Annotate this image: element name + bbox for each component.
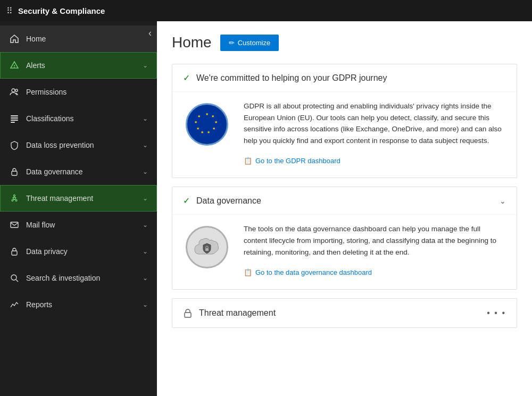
shield-icon: [9, 140, 20, 150]
gdpr-card-header[interactable]: ✓ We're committed to helping on your GDP…: [172, 64, 517, 91]
svg-rect-8: [12, 171, 17, 175]
threat-management-dots-icon[interactable]: • • •: [487, 308, 506, 318]
svg-point-12: [14, 195, 15, 197]
svg-point-3: [15, 89, 18, 91]
svg-text:★: ★: [196, 127, 200, 130]
svg-line-16: [16, 280, 18, 282]
customize-pencil-icon: ✏: [229, 39, 235, 47]
customize-button[interactable]: ✏ Customize: [220, 35, 279, 51]
gdpr-card: ✓ We're committed to helping on your GDP…: [172, 64, 517, 178]
sidebar-item-home[interactable]: Home: [0, 26, 157, 52]
svg-point-11: [15, 200, 17, 201]
svg-point-2: [12, 89, 15, 92]
threat-management-card-header[interactable]: Threat management • • •: [172, 299, 517, 327]
svg-rect-7: [11, 122, 15, 123]
page-title: Home: [172, 34, 212, 51]
sidebar-item-threat-management[interactable]: Threat management ⌄: [0, 185, 157, 212]
customize-label: Customize: [238, 39, 270, 47]
clipboard-icon: 📋: [244, 157, 252, 165]
data-governance-card: ✓ Data governance ⌄: [172, 187, 517, 290]
sidebar-item-mail-flow[interactable]: Mail flow ⌄: [0, 212, 157, 238]
threat-management-card-title: Threat management: [199, 308, 487, 318]
sidebar-collapse-button[interactable]: ‹: [148, 28, 152, 39]
data-governance-check-icon: ✓: [183, 196, 190, 206]
chart-icon: [9, 299, 20, 310]
sidebar-item-permissions[interactable]: Permissions: [0, 79, 157, 105]
gdpr-dashboard-link[interactable]: 📋 Go to the GDPR dashboard: [244, 157, 506, 165]
sidebar-item-alerts[interactable]: Alerts ⌄: [0, 52, 157, 79]
svg-point-1: [14, 67, 15, 68]
data-governance-dashboard-link[interactable]: 📋 Go to the data governance dashboard: [244, 268, 506, 276]
main-layout: ‹ Home Al: [0, 21, 532, 396]
data-governance-card-text-area: The tools on the data governance dashboa…: [244, 223, 506, 276]
svg-rect-6: [11, 120, 18, 121]
sidebar-item-data-privacy[interactable]: Data privacy ⌄: [0, 238, 157, 265]
svg-text:★: ★: [211, 114, 214, 118]
lock-icon: [9, 166, 20, 177]
search-icon: [9, 273, 20, 283]
top-bar: ⠿ Security & Compliance: [0, 0, 532, 21]
data-governance-card-body: The tools on the data governance dashboa…: [172, 214, 517, 289]
grid-icon: ⠿: [6, 6, 13, 16]
svg-text:★: ★: [214, 120, 218, 124]
clipboard2-icon: 📋: [244, 268, 252, 276]
page-header: Home ✏ Customize: [172, 34, 517, 51]
list-icon: [9, 113, 20, 124]
classifications-chevron-icon: ⌄: [143, 115, 148, 122]
gdpr-icon-area: ★ ★ ★ ★ ★ ★ ★ ★ ★: [183, 100, 231, 148]
svg-text:★: ★: [212, 127, 215, 130]
gdpr-description: GDPR is all about protecting and enablin…: [244, 100, 506, 146]
sidebar-item-data-governance-label: Data governance: [26, 167, 143, 176]
sidebar-item-data-privacy-label: Data privacy: [26, 247, 143, 256]
gdpr-card-title: We're committed to helping on your GDPR …: [196, 73, 506, 83]
svg-text:★: ★: [205, 112, 209, 116]
data-governance-link-text: Go to the data governance dashboard: [255, 268, 372, 276]
sidebar-item-reports[interactable]: Reports ⌄: [0, 291, 157, 318]
mail-icon: [9, 220, 20, 230]
gdpr-card-body: ★ ★ ★ ★ ★ ★ ★ ★ ★: [172, 91, 517, 178]
main-content: Home ✏ Customize ✓ We're committed to he…: [157, 21, 532, 396]
sidebar-item-mail-flow-label: Mail flow: [26, 221, 143, 229]
sidebar-item-data-governance[interactable]: Data governance ⌄: [0, 158, 157, 185]
sidebar-item-home-label: Home: [26, 35, 148, 43]
search-chevron-icon: ⌄: [143, 274, 148, 282]
lock2-icon: [9, 246, 20, 257]
sidebar: ‹ Home Al: [0, 21, 157, 396]
svg-rect-27: [185, 313, 191, 317]
svg-point-15: [11, 275, 16, 280]
cloud-lock-icon: [186, 226, 228, 268]
mail-flow-chevron-icon: ⌄: [143, 221, 148, 229]
gdpr-check-icon: ✓: [183, 73, 190, 83]
data-governance-card-chevron-icon: ⌄: [500, 197, 506, 205]
sidebar-item-permissions-label: Permissions: [26, 88, 148, 96]
alert-icon: [9, 60, 20, 71]
svg-text:★: ★: [194, 120, 197, 124]
svg-text:★: ★: [197, 114, 201, 118]
sidebar-item-classifications[interactable]: Classifications ⌄: [0, 105, 157, 132]
threat-lock-icon: [183, 308, 193, 318]
threat-management-chevron-icon: ⌄: [143, 195, 148, 202]
data-governance-card-title: Data governance: [196, 196, 500, 206]
alerts-chevron-icon: ⌄: [143, 62, 148, 69]
sidebar-item-search-investigation[interactable]: Search & investigation ⌄: [0, 265, 157, 291]
data-privacy-chevron-icon: ⌄: [143, 248, 148, 255]
home-icon: [9, 33, 20, 44]
sidebar-item-dlp-label: Data loss prevention: [26, 141, 143, 149]
sidebar-item-reports-label: Reports: [26, 300, 143, 309]
data-governance-description: The tools on the data governance dashboa…: [244, 223, 506, 258]
sidebar-nav: Home Alerts ⌄: [0, 26, 157, 318]
biohazard-icon: [9, 193, 20, 204]
gdpr-link-text: Go to the GDPR dashboard: [255, 157, 340, 165]
svg-rect-14: [12, 251, 17, 255]
svg-text:★: ★: [201, 130, 204, 134]
svg-rect-26: [205, 248, 209, 251]
gdpr-card-text-area: GDPR is all about protecting and enablin…: [244, 100, 506, 165]
sidebar-item-alerts-label: Alerts: [26, 61, 143, 70]
app-title: Security & Compliance: [18, 6, 105, 15]
dlp-chevron-icon: ⌄: [143, 141, 148, 149]
svg-rect-4: [11, 115, 18, 116]
threat-management-card: Threat management • • •: [172, 298, 517, 328]
svg-text:★: ★: [207, 130, 210, 134]
data-governance-card-header[interactable]: ✓ Data governance ⌄: [172, 187, 517, 214]
sidebar-item-data-loss-prevention[interactable]: Data loss prevention ⌄: [0, 132, 157, 158]
